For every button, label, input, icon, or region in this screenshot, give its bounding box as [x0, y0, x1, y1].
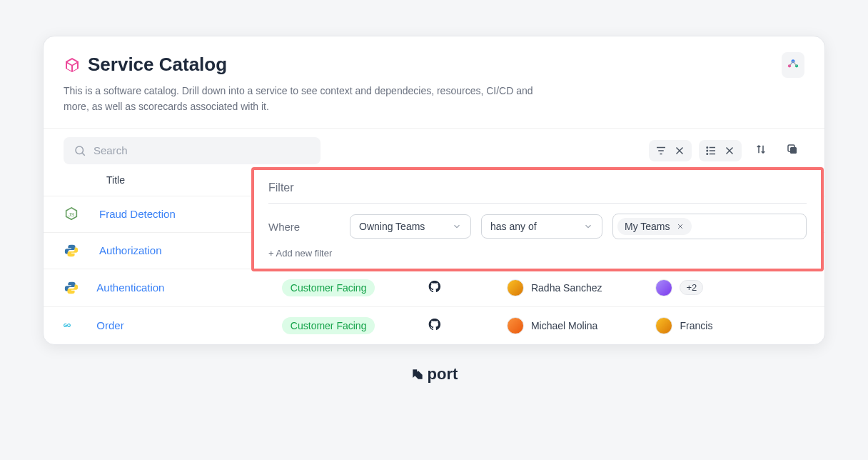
svg-point-12 — [707, 147, 708, 149]
avatar — [507, 317, 524, 334]
svg-point-16 — [707, 154, 708, 155]
facing-badge: Customer Facing — [282, 317, 375, 334]
footer-logo: port — [43, 365, 825, 384]
add-filter-button[interactable]: + Add new filter — [268, 248, 807, 259]
svg-point-14 — [707, 150, 708, 151]
github-icon[interactable] — [428, 317, 442, 331]
search-input[interactable] — [94, 144, 311, 156]
svg-line-3 — [789, 61, 793, 66]
port-logo-mark — [410, 367, 425, 381]
svg-line-6 — [82, 153, 84, 155]
service-link[interactable]: Authorization — [99, 244, 162, 256]
tag-label: My Teams — [625, 221, 670, 232]
filter-icon[interactable] — [655, 144, 667, 157]
avatar — [507, 279, 524, 296]
filter-tag: My Teams — [617, 218, 692, 235]
remove-tag-icon[interactable] — [676, 222, 685, 231]
card-header: Service Catalog This is a software catal… — [44, 36, 824, 129]
search-icon — [74, 144, 86, 157]
operator-dropdown[interactable]: has any of — [481, 214, 602, 239]
chevron-down-icon — [452, 221, 462, 231]
page-subtitle: This is a software catalog. Drill down i… — [64, 83, 549, 115]
owner-name: Francis — [680, 320, 712, 331]
avatar — [655, 279, 672, 296]
chevron-down-icon — [583, 221, 593, 231]
graph-icon — [786, 56, 800, 71]
table-row[interactable]: Authentication Customer Facing Radha San… — [44, 269, 824, 307]
list-icon[interactable] — [705, 144, 717, 157]
avatar — [655, 317, 672, 334]
column-title: Title — [64, 174, 125, 186]
github-icon[interactable] — [428, 279, 442, 294]
svg-line-4 — [793, 61, 797, 66]
value-input[interactable]: My Teams — [612, 214, 807, 239]
filter-toggle-group — [649, 140, 692, 161]
facing-badge: Customer Facing — [282, 279, 375, 296]
service-link[interactable]: Order — [96, 319, 123, 331]
cube-icon — [64, 56, 81, 74]
svg-point-5 — [76, 146, 84, 154]
service-link[interactable]: Fraud Detection — [99, 208, 176, 220]
service-link[interactable]: Authentication — [96, 281, 164, 294]
owner-name: Radha Sanchez — [531, 282, 602, 294]
go-icon: GO — [64, 318, 79, 334]
operator-value: has any of — [490, 221, 537, 232]
overflow-count[interactable]: +2 — [680, 280, 703, 295]
python-icon — [64, 280, 79, 296]
copy-icon — [786, 143, 799, 156]
toolbar — [44, 129, 824, 164]
graph-view-button[interactable] — [782, 52, 804, 78]
close-icon[interactable] — [723, 144, 736, 157]
page-title: Service Catalog — [88, 54, 227, 76]
svg-rect-20 — [790, 147, 797, 154]
owner-name: Michael Molina — [531, 320, 597, 331]
brand-text: port — [428, 365, 458, 384]
sort-button[interactable] — [749, 139, 773, 163]
copy-button[interactable] — [780, 139, 804, 163]
field-dropdown[interactable]: Owning Teams — [350, 214, 471, 239]
svg-text:JS: JS — [69, 211, 75, 218]
table-row[interactable]: GO Order Customer Facing Michael Molina … — [44, 307, 824, 344]
filter-heading: Filter — [268, 181, 807, 204]
python-icon — [64, 243, 79, 259]
filter-panel: Filter Where Owning Teams has any of My … — [251, 167, 824, 271]
list-toggle-group — [699, 140, 742, 161]
nodejs-icon: JS — [64, 206, 79, 222]
svg-text:GO: GO — [64, 323, 71, 328]
field-value: Owning Teams — [359, 221, 425, 232]
sort-icon — [755, 143, 767, 156]
where-label: Where — [268, 221, 340, 233]
close-icon[interactable] — [673, 144, 686, 157]
search-box[interactable] — [64, 137, 321, 164]
